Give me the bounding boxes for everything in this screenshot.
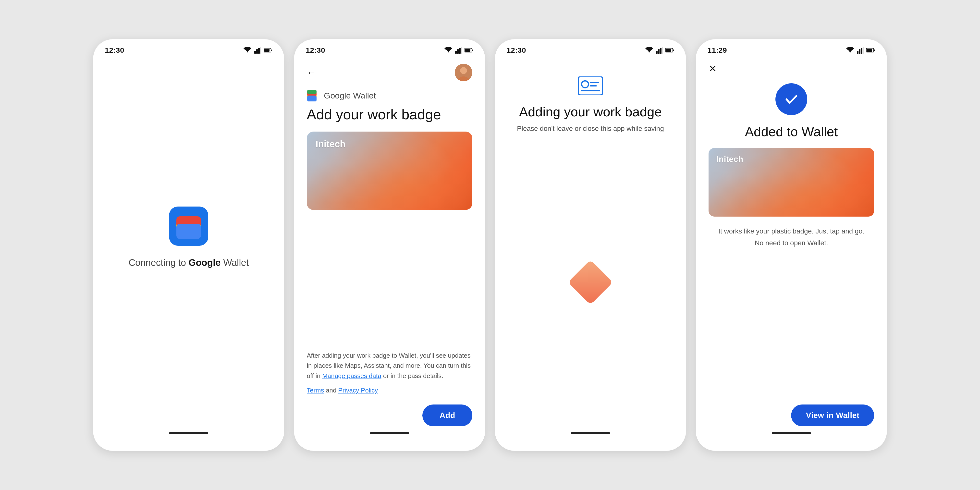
screen4-content-area: ✕ Added to Wallet Initech It works like … [696,57,887,451]
screen1-main: Connecting to Google Wallet [106,62,272,432]
svg-rect-18 [472,49,473,51]
back-button[interactable]: ← [307,68,315,77]
gw-logo-small [307,89,320,102]
svg-rect-26 [307,95,317,102]
svg-rect-30 [662,47,663,54]
svg-point-20 [460,67,467,74]
privacy-link[interactable]: Privacy Policy [338,387,378,394]
close-button[interactable]: ✕ [708,64,717,73]
wifi-icon-4 [846,47,854,53]
screen1-content-area: Connecting to Google Wallet [93,57,284,451]
status-icons-3 [645,47,674,54]
svg-rect-14 [459,48,461,54]
google-wallet-label: Google Wallet [324,91,376,100]
status-bar-2: 12:30 [294,39,485,57]
home-bar-1 [169,432,208,434]
phone-screen-2: 12:30 ← [294,39,485,451]
add-button[interactable]: Add [422,404,473,426]
svg-rect-13 [457,49,459,54]
wallet-logo-icon [169,207,208,246]
phone-screen-4: 11:29 ✕ [696,39,887,451]
screen4-title: Added to Wallet [745,124,838,139]
avatar-svg [455,64,473,81]
success-icon-circle [775,83,807,115]
google-wallet-brand: Google Wallet [307,89,473,102]
user-avatar [455,64,473,81]
svg-rect-12 [455,51,457,54]
wifi-icon-2 [444,47,453,53]
view-in-wallet-button[interactable]: View in Wallet [791,404,874,426]
svg-point-35 [582,81,589,88]
svg-rect-42 [863,47,864,54]
svg-rect-38 [581,90,600,91]
svg-rect-37 [590,85,597,86]
signal-icon-3 [656,47,663,54]
status-bar-4: 11:29 [696,39,887,57]
wallet-logo-svg [172,209,206,243]
svg-rect-36 [590,82,599,83]
svg-rect-1 [256,49,258,54]
svg-rect-15 [461,47,462,54]
status-bar-3: 12:30 [495,39,686,57]
svg-rect-33 [673,49,674,51]
home-bar-2 [370,432,409,434]
svg-rect-6 [271,49,272,51]
svg-rect-29 [660,48,662,54]
gw-logo-svg [307,89,320,102]
badge-icon-container [578,76,603,96]
screen4-main: Added to Wallet Initech It works like yo… [708,83,874,432]
battery-icon-2 [465,48,473,52]
battery-icon [264,48,272,52]
signal-icon-2 [455,47,462,54]
svg-rect-41 [861,48,862,54]
svg-rect-17 [465,49,470,52]
status-icons-2 [444,47,473,54]
connecting-text: Connecting to Google Wallet [129,258,249,268]
screen3-content-area: Adding your work badge Please don't leav… [495,57,686,451]
svg-rect-44 [867,49,872,52]
terms-link[interactable]: Terms [307,387,324,394]
phone-screen-1: 12:30 [93,39,284,451]
time-3: 12:30 [507,46,526,54]
svg-rect-45 [874,49,875,51]
screen4-header: ✕ [708,62,874,83]
screen4-description: It works like your plastic badge. Just t… [708,225,874,249]
battery-icon-3 [665,48,674,52]
google-brand-text: Google [189,258,221,268]
svg-rect-28 [658,49,660,54]
manage-passes-link[interactable]: Manage passes data [322,372,381,380]
screen3-main: Adding your work badge Please don't leav… [508,62,673,432]
screen3-title: Adding your work badge [519,104,662,120]
badge-card-label-2: Initech [315,139,345,150]
svg-rect-11 [177,224,201,239]
svg-rect-0 [254,51,256,54]
time-4: 11:29 [708,46,727,54]
signal-icon-4 [857,47,864,54]
svg-rect-2 [258,48,260,54]
status-bar-1: 12:30 [93,39,284,57]
loading-indicator [568,260,612,304]
screen2-header: ← [307,62,473,89]
diamond-shape [568,260,613,305]
badge-card-label-4: Initech [716,154,743,164]
screen2-title: Add your work badge [307,106,473,123]
svg-rect-32 [666,49,671,52]
phone-screen-3: 12:30 [495,39,686,451]
svg-rect-5 [264,49,269,52]
home-bar-3 [571,432,610,434]
screen2-content-area: ← Google Wallet [294,57,485,451]
terms-text: Terms and Privacy Policy [307,385,473,396]
wifi-icon-3 [645,47,654,53]
badge-card-4: Initech [708,148,874,216]
screen3-subtitle: Please don't leave or close this app whi… [517,125,664,132]
battery-icon-4 [866,48,875,52]
home-bar-4 [772,432,811,434]
svg-rect-39 [857,51,859,54]
time-1: 12:30 [105,46,124,54]
wifi-icon [243,47,252,53]
svg-rect-25 [307,90,317,94]
checkmark-icon [783,91,800,108]
info-text-2: After adding your work badge to Wallet, … [307,351,473,381]
svg-rect-40 [859,49,861,54]
badge-id-icon [578,76,603,95]
